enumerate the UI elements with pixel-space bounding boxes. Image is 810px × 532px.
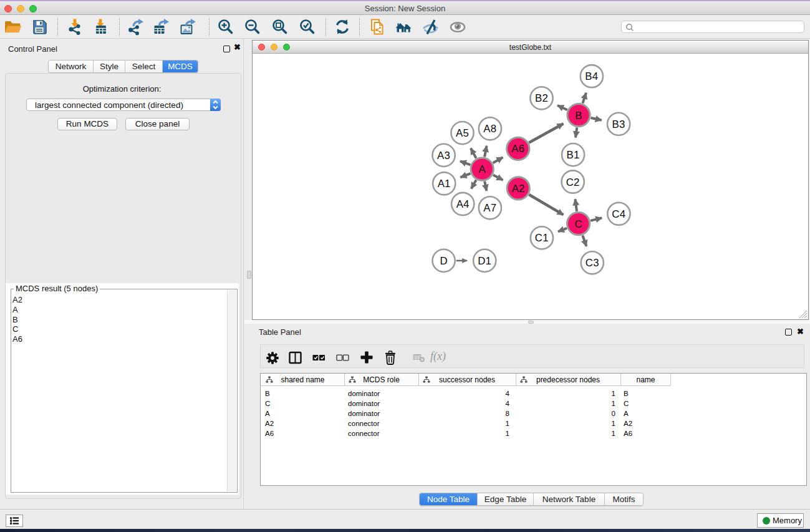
svg-text:A7: A7 (483, 202, 496, 214)
svg-text:D: D (440, 255, 447, 267)
svg-text:B3: B3 (612, 118, 625, 130)
svg-text:B1: B1 (567, 149, 580, 161)
svg-text:C4: C4 (612, 208, 625, 220)
svg-text:B2: B2 (535, 92, 548, 104)
svg-text:B: B (575, 110, 582, 122)
svg-text:A6: A6 (511, 143, 524, 155)
svg-text:D1: D1 (478, 255, 491, 267)
svg-text:A1: A1 (438, 178, 451, 190)
svg-text:A3: A3 (437, 150, 450, 162)
svg-text:B4: B4 (585, 70, 598, 82)
svg-text:C3: C3 (586, 257, 599, 269)
svg-text:A2: A2 (512, 183, 525, 195)
svg-text:A8: A8 (483, 123, 496, 135)
svg-text:C: C (574, 218, 582, 230)
svg-text:C1: C1 (535, 232, 549, 244)
svg-text:A5: A5 (456, 127, 469, 139)
svg-text:C2: C2 (566, 177, 580, 188)
svg-text:A: A (478, 163, 486, 175)
svg-text:A4: A4 (456, 198, 470, 210)
